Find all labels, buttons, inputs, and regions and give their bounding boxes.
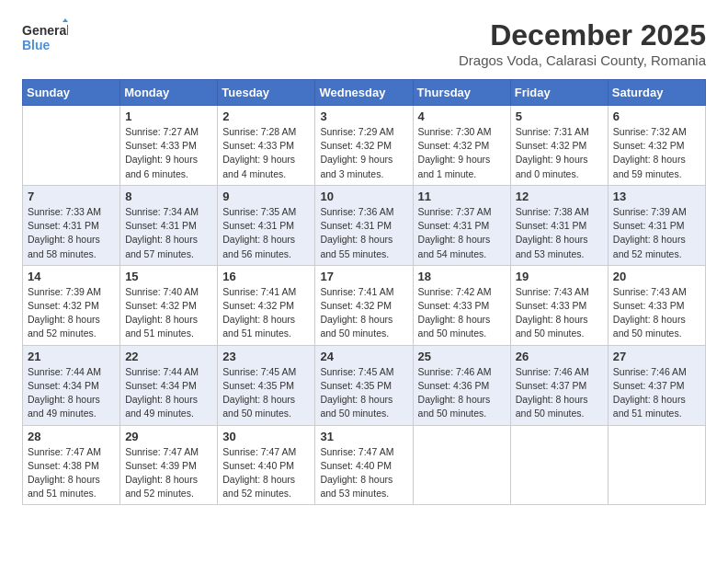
calendar-cell: 24Sunrise: 7:45 AMSunset: 4:35 PMDayligh… bbox=[315, 345, 413, 425]
day-number: 21 bbox=[28, 350, 115, 363]
day-number: 2 bbox=[222, 109, 310, 123]
day-number: 7 bbox=[28, 190, 115, 203]
day-info: Sunrise: 7:39 AMSunset: 4:31 PMDaylight:… bbox=[613, 205, 700, 261]
day-info: Sunrise: 7:41 AMSunset: 4:32 PMDaylight:… bbox=[222, 285, 310, 341]
calendar-cell: 10Sunrise: 7:36 AMSunset: 4:31 PMDayligh… bbox=[315, 185, 413, 265]
day-info: Sunrise: 7:46 AMSunset: 4:37 PMDaylight:… bbox=[516, 365, 603, 421]
calendar-cell: 27Sunrise: 7:46 AMSunset: 4:37 PMDayligh… bbox=[608, 345, 705, 425]
day-info: Sunrise: 7:44 AMSunset: 4:34 PMDaylight:… bbox=[125, 365, 212, 421]
calendar-cell: 20Sunrise: 7:43 AMSunset: 4:33 PMDayligh… bbox=[608, 265, 705, 345]
day-number: 18 bbox=[418, 270, 506, 283]
calendar-cell: 25Sunrise: 7:46 AMSunset: 4:36 PMDayligh… bbox=[413, 345, 510, 425]
day-info: Sunrise: 7:37 AMSunset: 4:31 PMDaylight:… bbox=[418, 205, 506, 261]
day-info: Sunrise: 7:41 AMSunset: 4:32 PMDaylight:… bbox=[320, 285, 407, 341]
calendar-cell: 6Sunrise: 7:32 AMSunset: 4:32 PMDaylight… bbox=[608, 106, 705, 186]
day-info: Sunrise: 7:34 AMSunset: 4:31 PMDaylight:… bbox=[125, 205, 212, 261]
day-number: 5 bbox=[516, 109, 603, 123]
calendar-cell bbox=[23, 106, 120, 186]
day-number: 3 bbox=[320, 109, 407, 123]
day-number: 17 bbox=[320, 270, 407, 283]
day-info: Sunrise: 7:43 AMSunset: 4:33 PMDaylight:… bbox=[516, 285, 603, 341]
day-info: Sunrise: 7:36 AMSunset: 4:31 PMDaylight:… bbox=[320, 205, 407, 261]
day-info: Sunrise: 7:29 AMSunset: 4:32 PMDaylight:… bbox=[320, 125, 407, 181]
day-info: Sunrise: 7:42 AMSunset: 4:33 PMDaylight:… bbox=[418, 285, 506, 341]
day-number: 27 bbox=[613, 350, 700, 363]
day-info: Sunrise: 7:32 AMSunset: 4:32 PMDaylight:… bbox=[613, 125, 700, 181]
calendar-cell: 13Sunrise: 7:39 AMSunset: 4:31 PMDayligh… bbox=[608, 185, 705, 265]
day-info: Sunrise: 7:31 AMSunset: 4:32 PMDaylight:… bbox=[516, 125, 603, 181]
day-number: 4 bbox=[418, 109, 506, 123]
calendar-cell: 9Sunrise: 7:35 AMSunset: 4:31 PMDaylight… bbox=[218, 185, 315, 265]
day-number: 26 bbox=[516, 350, 603, 363]
col-header-monday: Monday bbox=[120, 80, 218, 106]
day-number: 12 bbox=[516, 190, 603, 203]
calendar-cell: 29Sunrise: 7:47 AMSunset: 4:39 PMDayligh… bbox=[120, 425, 218, 505]
calendar-cell: 28Sunrise: 7:47 AMSunset: 4:38 PMDayligh… bbox=[23, 425, 120, 505]
calendar-cell: 1Sunrise: 7:27 AMSunset: 4:33 PMDaylight… bbox=[120, 106, 218, 186]
calendar-cell: 11Sunrise: 7:37 AMSunset: 4:31 PMDayligh… bbox=[413, 185, 510, 265]
calendar-cell: 3Sunrise: 7:29 AMSunset: 4:32 PMDaylight… bbox=[315, 106, 413, 186]
svg-text:General: General bbox=[22, 23, 68, 38]
day-number: 1 bbox=[125, 109, 212, 123]
calendar-cell: 30Sunrise: 7:47 AMSunset: 4:40 PMDayligh… bbox=[218, 425, 315, 505]
calendar-cell: 17Sunrise: 7:41 AMSunset: 4:32 PMDayligh… bbox=[315, 265, 413, 345]
calendar-cell: 16Sunrise: 7:41 AMSunset: 4:32 PMDayligh… bbox=[218, 265, 315, 345]
logo: General Blue bbox=[22, 18, 68, 57]
calendar-cell: 15Sunrise: 7:40 AMSunset: 4:32 PMDayligh… bbox=[120, 265, 218, 345]
day-info: Sunrise: 7:30 AMSunset: 4:32 PMDaylight:… bbox=[418, 125, 506, 181]
calendar-cell: 18Sunrise: 7:42 AMSunset: 4:33 PMDayligh… bbox=[413, 265, 510, 345]
col-header-thursday: Thursday bbox=[413, 80, 510, 106]
day-info: Sunrise: 7:45 AMSunset: 4:35 PMDaylight:… bbox=[222, 365, 310, 421]
day-number: 20 bbox=[613, 270, 700, 283]
calendar-cell: 22Sunrise: 7:44 AMSunset: 4:34 PMDayligh… bbox=[120, 345, 218, 425]
calendar-cell: 4Sunrise: 7:30 AMSunset: 4:32 PMDaylight… bbox=[413, 106, 510, 186]
calendar-cell bbox=[510, 425, 608, 505]
day-number: 30 bbox=[222, 430, 310, 443]
day-number: 10 bbox=[320, 190, 407, 203]
day-info: Sunrise: 7:35 AMSunset: 4:31 PMDaylight:… bbox=[222, 205, 310, 261]
day-number: 16 bbox=[222, 270, 310, 283]
calendar-cell: 5Sunrise: 7:31 AMSunset: 4:32 PMDaylight… bbox=[510, 106, 608, 186]
day-number: 14 bbox=[28, 270, 115, 283]
day-number: 31 bbox=[320, 430, 407, 443]
col-header-saturday: Saturday bbox=[608, 80, 705, 106]
day-number: 15 bbox=[125, 270, 212, 283]
day-number: 23 bbox=[222, 350, 310, 363]
day-info: Sunrise: 7:47 AMSunset: 4:40 PMDaylight:… bbox=[320, 445, 407, 501]
calendar-cell: 8Sunrise: 7:34 AMSunset: 4:31 PMDaylight… bbox=[120, 185, 218, 265]
day-number: 6 bbox=[613, 109, 700, 123]
col-header-tuesday: Tuesday bbox=[218, 80, 315, 106]
day-info: Sunrise: 7:28 AMSunset: 4:33 PMDaylight:… bbox=[222, 125, 310, 181]
col-header-wednesday: Wednesday bbox=[315, 80, 413, 106]
day-info: Sunrise: 7:47 AMSunset: 4:39 PMDaylight:… bbox=[125, 445, 212, 501]
day-info: Sunrise: 7:44 AMSunset: 4:34 PMDaylight:… bbox=[28, 365, 115, 421]
svg-text:Blue: Blue bbox=[22, 38, 51, 52]
calendar-cell: 7Sunrise: 7:33 AMSunset: 4:31 PMDaylight… bbox=[23, 185, 120, 265]
day-info: Sunrise: 7:46 AMSunset: 4:36 PMDaylight:… bbox=[418, 365, 506, 421]
calendar-cell bbox=[608, 425, 705, 505]
calendar-table: SundayMondayTuesdayWednesdayThursdayFrid… bbox=[22, 79, 706, 505]
day-number: 9 bbox=[222, 190, 310, 203]
day-number: 22 bbox=[125, 350, 212, 363]
calendar-cell: 21Sunrise: 7:44 AMSunset: 4:34 PMDayligh… bbox=[23, 345, 120, 425]
day-info: Sunrise: 7:38 AMSunset: 4:31 PMDaylight:… bbox=[516, 205, 603, 261]
page-header: General Blue December 2025 Dragos Voda, … bbox=[22, 18, 706, 68]
day-number: 8 bbox=[125, 190, 212, 203]
day-number: 29 bbox=[125, 430, 212, 443]
day-info: Sunrise: 7:39 AMSunset: 4:32 PMDaylight:… bbox=[28, 285, 115, 341]
calendar-cell: 2Sunrise: 7:28 AMSunset: 4:33 PMDaylight… bbox=[218, 106, 315, 186]
day-info: Sunrise: 7:43 AMSunset: 4:33 PMDaylight:… bbox=[613, 285, 700, 341]
title-block: December 2025 Dragos Voda, Calarasi Coun… bbox=[459, 18, 706, 68]
calendar-cell: 12Sunrise: 7:38 AMSunset: 4:31 PMDayligh… bbox=[510, 185, 608, 265]
day-number: 11 bbox=[418, 190, 506, 203]
svg-marker-2 bbox=[63, 18, 68, 22]
col-header-friday: Friday bbox=[510, 80, 608, 106]
calendar-cell: 26Sunrise: 7:46 AMSunset: 4:37 PMDayligh… bbox=[510, 345, 608, 425]
day-info: Sunrise: 7:27 AMSunset: 4:33 PMDaylight:… bbox=[125, 125, 212, 181]
calendar-cell: 14Sunrise: 7:39 AMSunset: 4:32 PMDayligh… bbox=[23, 265, 120, 345]
col-header-sunday: Sunday bbox=[23, 80, 120, 106]
calendar-cell: 31Sunrise: 7:47 AMSunset: 4:40 PMDayligh… bbox=[315, 425, 413, 505]
day-info: Sunrise: 7:45 AMSunset: 4:35 PMDaylight:… bbox=[320, 365, 407, 421]
day-number: 13 bbox=[613, 190, 700, 203]
day-info: Sunrise: 7:33 AMSunset: 4:31 PMDaylight:… bbox=[28, 205, 115, 261]
